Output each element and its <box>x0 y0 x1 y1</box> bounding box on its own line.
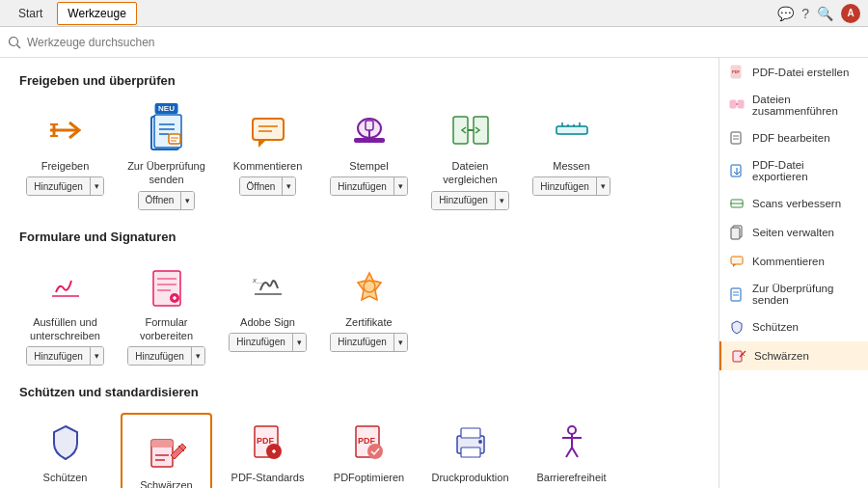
vergleichen-btn-main[interactable]: Hinzufügen <box>432 192 496 209</box>
kommentieren-btn-main[interactable]: Öffnen <box>240 177 284 195</box>
stempel-icon-wrapper <box>340 101 398 159</box>
comment-sidebar-icon <box>729 254 745 269</box>
svg-rect-65 <box>730 100 736 108</box>
sidebar-item-scans-verbessern[interactable]: Scans verbessern <box>719 189 868 218</box>
sidebar-item-ueberpruefung-label: Zur Überprüfung senden <box>752 283 858 306</box>
tab-werkzeuge[interactable]: Werkzeuge <box>57 2 136 25</box>
pdfoptimieren-icon-wrapper: PDF <box>340 413 398 471</box>
formular-btn-arrow[interactable]: ▾ <box>192 347 204 365</box>
zertifikate-btn-arrow[interactable]: ▾ <box>394 334 407 351</box>
svg-rect-20 <box>354 138 385 143</box>
kommentieren-btn: Öffnen ▾ <box>239 176 297 196</box>
sidebar-item-seiten-verwalten-label: Seiten verwalten <box>752 227 834 238</box>
search-input[interactable] <box>27 36 220 49</box>
right-sidebar: ‹ PDF PDF-Datei erstellen Dateien zusamm… <box>719 58 868 488</box>
tool-freigeben: Freigeben Hinzufügen ▾ <box>19 101 111 210</box>
pdfstandards-label: PDF-Standards <box>231 471 305 484</box>
formular-label: Formular vorbereiten <box>121 315 212 343</box>
svg-line-84 <box>743 354 745 356</box>
vergleichen-icon-wrapper <box>442 101 500 159</box>
tool-grid-freigeben: Freigeben Hinzufügen ▾ NEU <box>19 101 699 210</box>
sidebar-item-kommentieren[interactable]: Kommentieren <box>719 247 868 276</box>
comment-icon <box>245 107 291 153</box>
help-icon[interactable]: ? <box>801 6 809 21</box>
sidebar-item-schwaerzen[interactable]: Schwärzen <box>719 341 868 370</box>
search-icon-top[interactable]: 🔍 <box>817 6 833 21</box>
adobesign-btn-arrow[interactable]: ▾ <box>293 334 306 351</box>
svg-point-57 <box>478 440 482 444</box>
tool-messen: Messen Hinzufügen ▾ <box>526 101 617 210</box>
ueberpruefung-btn-arrow[interactable]: ▾ <box>181 192 194 209</box>
search-bar <box>0 27 868 58</box>
shield-icon <box>42 419 89 465</box>
ausfuellen-btn-main[interactable]: Hinzufügen <box>27 347 91 365</box>
sidebar-item-schuetzen[interactable]: Schützen <box>719 312 868 341</box>
certificate-icon <box>346 263 393 310</box>
pages-sidebar-icon <box>729 225 745 240</box>
tool-ausfuellen: Ausfüllen und unterschreiben Hinzufügen … <box>19 258 111 366</box>
vergleichen-btn-arrow[interactable]: ▾ <box>496 192 508 209</box>
pdfstandards-icon: PDF <box>245 419 291 465</box>
svg-rect-71 <box>731 165 741 176</box>
review-icon <box>144 107 190 153</box>
messen-btn-main[interactable]: Hinzufügen <box>533 177 597 195</box>
svg-line-1 <box>17 44 21 48</box>
messen-btn-arrow[interactable]: ▾ <box>597 177 610 195</box>
stempel-btn: Hinzufügen ▾ <box>330 176 408 196</box>
tool-formular: Formular vorbereiten Hinzufügen ▾ <box>121 258 212 366</box>
avatar[interactable]: A <box>841 4 860 23</box>
svg-rect-25 <box>556 126 587 134</box>
stempel-btn-main[interactable]: Hinzufügen <box>331 177 394 195</box>
export-sidebar-icon <box>729 163 745 178</box>
sidebar-item-pdf-exportieren[interactable]: PDF-Datei exportieren <box>719 152 868 189</box>
arrow-right-icon <box>42 107 89 153</box>
tool-kommentieren: Kommentieren Öffnen ▾ <box>222 101 313 210</box>
svg-point-53 <box>367 444 383 459</box>
chat-icon[interactable]: 💬 <box>777 6 794 21</box>
svg-rect-23 <box>474 117 488 144</box>
optimize-icon: PDF <box>346 419 393 465</box>
freigeben-btn-arrow[interactable]: ▾ <box>91 177 103 195</box>
section-freigeben-title: Freigeben und überprüfen <box>19 73 699 88</box>
accessibility-icon <box>549 419 595 465</box>
stempel-btn-arrow[interactable]: ▾ <box>394 177 407 195</box>
ueberpruefung-btn-main[interactable]: Öffnen <box>139 192 182 209</box>
sidebar-item-pdf-erstellen[interactable]: PDF PDF-Datei erstellen <box>719 58 868 87</box>
top-nav-bar: Start Werkzeuge 💬 ? 🔍 A <box>0 0 868 27</box>
sidebar-item-seiten-verwalten[interactable]: Seiten verwalten <box>719 218 868 247</box>
freigeben-icon-wrapper <box>37 101 95 159</box>
sidebar-toggle[interactable]: ‹ <box>719 258 719 287</box>
sidebar-item-zusammenfuehren[interactable]: Dateien zusammenführen <box>719 87 868 123</box>
sidebar-item-ueberpruefung[interactable]: Zur Überprüfung senden <box>719 276 868 312</box>
kommentieren-btn-arrow[interactable]: ▾ <box>283 177 295 195</box>
tool-zertifikate: Zertifikate Hinzufügen ▾ <box>323 258 415 366</box>
tool-ueberpruefung: NEU Zur Überprüfung senden <box>121 101 212 210</box>
adobesign-icon-wrapper: x__ <box>239 258 297 315</box>
redact-icon <box>144 426 190 473</box>
zertifikate-btn-main[interactable]: Hinzufügen <box>331 334 394 351</box>
content-area: Freigeben und überprüfen Freigeben <box>0 58 719 488</box>
freigeben-btn-main[interactable]: Hinzufügen <box>27 177 91 195</box>
schwaerzen-icon-wrapper <box>138 420 196 478</box>
formular-btn-main[interactable]: Hinzufügen <box>128 347 192 365</box>
svg-rect-66 <box>738 100 744 108</box>
section-schuetzen-title: Schützen und standardisieren <box>19 385 699 399</box>
tool-schuetzen-card: Schützen Öffnen ▾ <box>19 413 111 488</box>
stamp-icon <box>346 107 393 153</box>
adobesign-icon: x__ <box>245 263 291 310</box>
section-freigeben: Freigeben und überprüfen Freigeben <box>19 73 699 210</box>
shield-sidebar-icon <box>729 319 745 335</box>
ausfuellen-btn-arrow[interactable]: ▾ <box>91 347 103 365</box>
schuetzen-icon-wrapper <box>37 413 95 471</box>
ausfuellen-btn: Hinzufügen ▾ <box>26 346 104 366</box>
adobesign-btn-main[interactable]: Hinzufügen <box>230 334 293 351</box>
ueberpruefung-btn: Öffnen ▾ <box>138 191 196 210</box>
vergleichen-btn: Hinzufügen ▾ <box>431 191 509 210</box>
pdf-create-sidebar-icon: PDF <box>729 65 745 80</box>
adobesign-label: Adobe Sign <box>240 315 295 329</box>
tab-start[interactable]: Start <box>8 2 53 25</box>
svg-line-62 <box>572 447 578 457</box>
freigeben-btn: Hinzufügen ▾ <box>26 176 104 196</box>
search-icon <box>8 36 21 49</box>
sidebar-item-pdf-bearbeiten[interactable]: PDF bearbeiten <box>719 123 868 152</box>
